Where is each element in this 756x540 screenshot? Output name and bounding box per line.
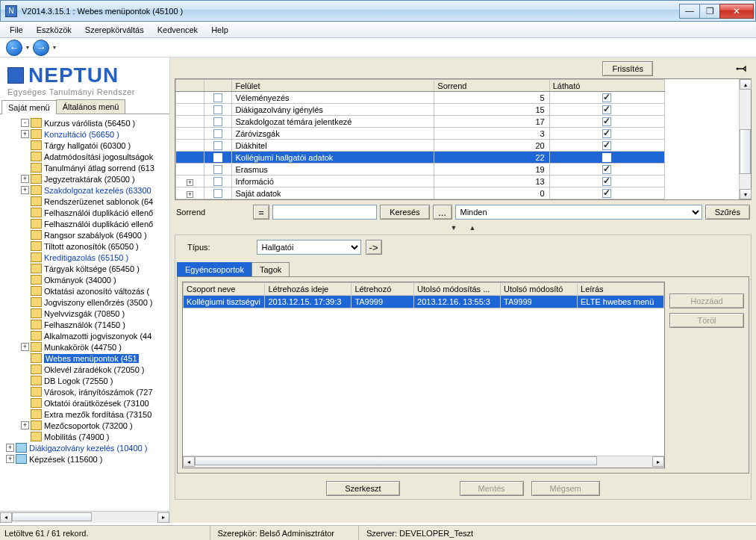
menu-roles[interactable]: Szerepkörváltás <box>80 23 149 37</box>
tab-members[interactable]: Tagok <box>252 262 290 276</box>
tree-item[interactable]: Felhasználói duplikáció ellenő <box>1 218 169 229</box>
expand-icon[interactable]: + <box>187 191 193 198</box>
menu-tree[interactable]: -Kurzus várólista (56450 )+Konzultáció (… <box>0 114 169 523</box>
tree-hscrollbar[interactable]: ◂ ▸ <box>0 511 169 523</box>
visible-checkbox[interactable] <box>602 165 611 174</box>
row-checkbox[interactable] <box>213 153 222 162</box>
scroll-left-icon[interactable]: ◂ <box>183 456 195 467</box>
grid-header-surface[interactable]: Felület <box>232 80 434 92</box>
grid-vscrollbar[interactable]: ▴ ▾ <box>739 79 751 199</box>
tree-item[interactable]: Rangsor szabályok (64900 ) <box>1 229 169 240</box>
visible-checkbox[interactable] <box>602 141 611 150</box>
visible-checkbox[interactable] <box>602 129 611 138</box>
expand-icon[interactable]: - <box>21 119 29 127</box>
minimize-button[interactable]: — <box>679 4 700 19</box>
tree-item[interactable]: Városok, irányítószámok (727 <box>1 386 169 397</box>
maximize-button[interactable]: ❐ <box>699 4 720 19</box>
tree-item[interactable]: Kreditigazolás (65150 ) <box>1 252 169 263</box>
tree-item[interactable]: Tiltott azonosítók (65050 ) <box>1 240 169 252</box>
row-checkbox[interactable] <box>213 177 222 186</box>
bgrid-header[interactable]: Csoport neve <box>184 283 265 296</box>
tree-item[interactable]: Jogviszony ellenőrzés (3500 ) <box>1 297 169 308</box>
tree-item[interactable]: -Kurzus várólista (56450 ) <box>1 117 169 128</box>
visible-checkbox[interactable] <box>602 177 611 186</box>
tree-item[interactable]: Adatmódosítási jogosultságok <box>1 151 169 162</box>
bgrid-header[interactable]: Létrehozás ideje <box>265 283 352 296</box>
tree-item[interactable]: Mobilitás (74900 ) <box>1 431 169 442</box>
scroll-thumb[interactable] <box>195 456 597 465</box>
tree-item[interactable]: +Jegyzetraktárak (20500 ) <box>1 173 169 184</box>
grid-row[interactable]: +Saját adatok0 <box>176 187 665 199</box>
browse-button[interactable]: ... <box>433 205 452 220</box>
grid-row[interactable]: Kollégiumi hallgatói adatok22 <box>176 152 665 164</box>
expand-icon[interactable]: + <box>21 175 29 183</box>
menu-favorites[interactable]: Kedvencek <box>152 23 203 37</box>
tree-item[interactable]: Oktatási azonosító változás ( <box>1 285 169 297</box>
cancel-button[interactable]: Mégsem <box>531 481 600 496</box>
search-button[interactable]: Keresés <box>380 205 429 220</box>
close-button[interactable]: ✕ <box>719 4 754 19</box>
grid-header-visible[interactable]: Látható <box>549 80 664 92</box>
tree-item[interactable]: Extra mezők fordítása (73150 <box>1 409 169 420</box>
menu-file[interactable]: File <box>4 23 28 37</box>
arrow-down-icon[interactable]: ▼ <box>451 224 457 232</box>
tree-item[interactable]: +Képzések (115600 ) <box>1 453 169 465</box>
grid-row[interactable]: Erasmus19 <box>176 164 665 176</box>
equals-button[interactable]: = <box>253 205 269 220</box>
tree-item[interactable]: Alkalmazotti jogviszonyok (44 <box>1 330 169 341</box>
add-button[interactable]: Hozzáad <box>669 294 744 308</box>
visible-checkbox[interactable] <box>602 93 611 102</box>
tree-item[interactable]: Oktatói óraütközések (73100 <box>1 397 169 409</box>
nav-forward-dropdown[interactable]: ▾ <box>51 40 58 56</box>
row-checkbox[interactable] <box>213 105 222 114</box>
type-go-button[interactable]: -> <box>366 240 382 255</box>
filter-select[interactable]: Minden <box>455 205 702 220</box>
arrow-up-icon[interactable]: ▲ <box>469 224 476 232</box>
tree-item[interactable]: Felhasználók (71450 ) <box>1 319 169 330</box>
scroll-right-icon[interactable]: ▸ <box>652 456 664 467</box>
row-checkbox[interactable] <box>213 129 222 138</box>
row-checkbox[interactable] <box>213 93 222 102</box>
grid-row[interactable]: Véleményezés5 <box>176 92 665 104</box>
row-checkbox[interactable] <box>213 189 222 198</box>
scroll-left-icon[interactable]: ◂ <box>0 512 12 523</box>
tree-item[interactable]: Rendszerüzenet sablonok (64 <box>1 196 169 207</box>
expand-icon[interactable]: + <box>21 421 29 429</box>
expand-icon[interactable]: + <box>21 343 29 351</box>
scroll-thumb[interactable] <box>740 129 751 174</box>
grid-header-expand[interactable] <box>176 80 204 92</box>
scroll-down-icon[interactable]: ▾ <box>740 189 752 199</box>
pin-icon[interactable] <box>735 63 747 74</box>
tab-general-menu[interactable]: Általános menü <box>56 99 126 114</box>
expand-icon[interactable]: + <box>6 444 14 452</box>
expand-icon[interactable]: + <box>6 455 14 463</box>
tree-item[interactable]: +Munkakörök (44750 ) <box>1 341 169 353</box>
tab-own-menu[interactable]: Saját menü <box>1 100 57 114</box>
nav-back-button[interactable]: ← <box>6 40 22 56</box>
tree-item[interactable]: +Szakdolgozat kezelés (63300 <box>1 184 169 196</box>
visible-checkbox[interactable] <box>602 117 611 126</box>
refresh-button[interactable]: Frissítés <box>602 61 653 76</box>
bgrid-header[interactable]: Utolsó módosítás ... <box>414 283 501 296</box>
tree-item[interactable]: Tárgyak költsége (65450 ) <box>1 263 169 274</box>
expand-icon[interactable]: + <box>21 130 29 138</box>
tree-item[interactable]: Oklevél záradékok (72050 ) <box>1 364 169 375</box>
scroll-right-icon[interactable]: ▸ <box>157 512 169 523</box>
tree-item[interactable]: Okmányok (34000 ) <box>1 274 169 285</box>
splitter-arrows[interactable]: ▼▲ <box>175 223 752 235</box>
tree-item[interactable]: Webes menüpontok (451 <box>1 353 169 364</box>
search-input[interactable] <box>272 205 377 220</box>
tree-item[interactable]: Tárgy hallgatói (60300 ) <box>1 140 169 151</box>
visible-checkbox[interactable] <box>602 153 611 162</box>
expand-icon[interactable]: + <box>187 179 193 186</box>
visible-checkbox[interactable] <box>602 105 611 114</box>
row-checkbox[interactable] <box>213 141 222 150</box>
visible-checkbox[interactable] <box>602 189 611 198</box>
scroll-up-icon[interactable]: ▴ <box>740 79 752 90</box>
menu-tools[interactable]: Eszközök <box>31 23 77 37</box>
type-select[interactable]: Hallgatói <box>257 240 361 255</box>
bottom-grid-hscrollbar[interactable]: ◂ ▸ <box>183 456 664 468</box>
tree-item[interactable]: +Diákigazolvány kezelés (10400 ) <box>1 442 169 453</box>
grid-header-check[interactable] <box>204 80 232 92</box>
grid-row[interactable]: Diákhitel20 <box>176 140 665 152</box>
